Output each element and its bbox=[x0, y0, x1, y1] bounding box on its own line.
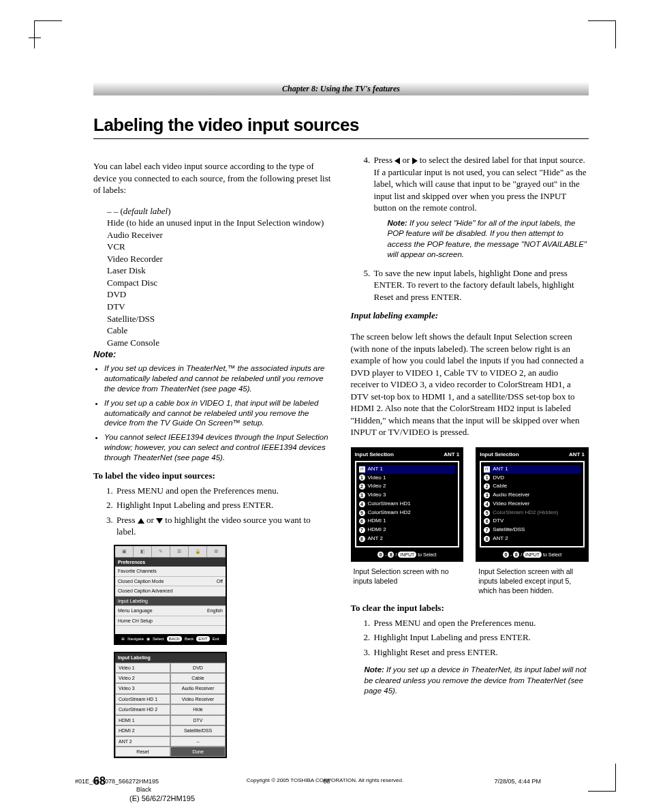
inline-note: Note: If you select "Hide" for all of th… bbox=[374, 218, 589, 260]
osd-row: Closed Caption Advanced bbox=[115, 586, 226, 596]
osd-row: Closed Caption ModeOff bbox=[115, 577, 226, 586]
step-item: Highlight Input Labeling and press ENTER… bbox=[115, 499, 332, 511]
datetime: 7/28/05, 4:44 PM bbox=[494, 778, 541, 785]
step-item: To save the new input labels, highlight … bbox=[373, 267, 589, 303]
osd-row: Favorite Channels bbox=[115, 567, 226, 576]
input-selection-pair: Input SelectionANT 1 ⊓ANT 1 1Video 1 2Vi… bbox=[351, 447, 589, 595]
preferences-osd: ▣ ◧ ✎ ☰ 🔒 ⚙ Preferences Favorite Channel… bbox=[114, 545, 227, 645]
list-item: Audio Receiver bbox=[93, 229, 332, 241]
color-plate: Black bbox=[0, 786, 650, 793]
list-item: 1DVD bbox=[484, 474, 581, 483]
list-item: – – (default label) bbox=[93, 205, 332, 217]
list-item: 3Audio Receiver bbox=[484, 491, 581, 500]
table-row: Video 3Audio Receiver bbox=[115, 683, 226, 693]
page-ref: 68 bbox=[323, 778, 330, 785]
list-item: Game Console bbox=[93, 337, 332, 349]
list-item: 6HDMI 1 bbox=[359, 517, 456, 526]
nav-icon: ⊕ bbox=[121, 636, 125, 642]
antenna-icon: ⊓ bbox=[484, 466, 490, 472]
back-pill: BACK bbox=[167, 636, 182, 642]
step-item: Press MENU and open the Preferences menu… bbox=[115, 485, 332, 497]
label-steps: Press MENU and open the Preferences menu… bbox=[93, 485, 332, 538]
file-name: #01E_067-078_566272HM195 bbox=[75, 778, 159, 785]
table-row: Video 2Cable bbox=[115, 673, 226, 683]
list-item: 4ColorStream HD1 bbox=[359, 500, 456, 509]
up-arrow-icon bbox=[138, 518, 144, 524]
list-item: Satellite/DSS bbox=[93, 313, 332, 325]
list-item: DVD bbox=[93, 288, 332, 301]
osd-row: Home CH Setup bbox=[115, 616, 226, 626]
note-item: If you set up devices in TheaterNet,™ th… bbox=[104, 363, 332, 394]
title-rule bbox=[93, 138, 589, 139]
intro-paragraph: You can label each video input source ac… bbox=[93, 160, 332, 196]
chapter-header: Chapter 8: Using the TV's features bbox=[93, 82, 589, 95]
table-row: ANT 2-- bbox=[115, 736, 226, 747]
list-item: 2Video 2 bbox=[359, 482, 456, 491]
done-button: Done bbox=[170, 747, 226, 757]
crop-mark-tr bbox=[588, 20, 616, 48]
table-row: ColorStream HD 1Video Receiver bbox=[115, 694, 226, 704]
list-item: 5ColorSteram HD2 (Hidden) bbox=[484, 509, 581, 517]
list-item: Hide (to hide an unused input in the Inp… bbox=[93, 217, 332, 229]
step-item: Press or to select the desired label for… bbox=[373, 154, 589, 260]
input-selection-right: Input SelectionANT 1 ⊓ANT 1 1DVD 2Cable … bbox=[476, 447, 589, 595]
tab-icon: ▣ bbox=[115, 546, 134, 557]
list-item: ⊓ANT 1 bbox=[484, 465, 581, 474]
print-footer: #01E_067-078_566272HM195 68 7/28/05, 4:4… bbox=[0, 778, 650, 802]
reset-button: Reset bbox=[115, 747, 170, 757]
list-item: 8ANT 2 bbox=[484, 535, 581, 543]
list-item: Cable bbox=[93, 325, 332, 337]
note-heading: Note: bbox=[93, 348, 332, 361]
osd-row-highlighted: Input Labeling bbox=[115, 597, 226, 606]
to-label-heading: To label the video input sources: bbox=[93, 470, 332, 482]
caption: Input Selection screen with all inputs l… bbox=[476, 567, 589, 595]
label-list: – – (default label) Hide (to hide an unu… bbox=[93, 205, 332, 349]
table-row: Video 1DVD bbox=[115, 663, 226, 673]
crop-mark-tl bbox=[34, 20, 62, 48]
tab-icon: ◧ bbox=[134, 546, 152, 557]
list-item: 6DTV bbox=[484, 517, 581, 526]
select-icon: ◉ bbox=[146, 636, 150, 642]
to-clear-heading: To clear the input labels: bbox=[351, 602, 589, 614]
exit-pill: EXIT bbox=[196, 636, 209, 642]
osd-footer: ⊕Navigate ◉Select BACKBack EXITExit bbox=[115, 634, 226, 644]
two-column-layout: You can label each video input source ac… bbox=[93, 151, 589, 758]
example-paragraph: The screen below left shows the default … bbox=[351, 331, 589, 438]
note-item: You cannot select IEEE1394 devices throu… bbox=[104, 432, 332, 463]
right-arrow-icon bbox=[412, 157, 418, 164]
list-item: 7HDMI 2 bbox=[359, 526, 456, 535]
list-item: Video Recorder bbox=[93, 253, 332, 265]
left-arrow-icon bbox=[394, 157, 400, 164]
tab-icon: 🔒 bbox=[189, 546, 207, 557]
input-selection-left: Input SelectionANT 1 ⊓ANT 1 1Video 1 2Vi… bbox=[351, 447, 464, 595]
osd-screenshots: ▣ ◧ ✎ ☰ 🔒 ⚙ Preferences Favorite Channel… bbox=[114, 545, 332, 759]
list-item: 7Satellite/DSS bbox=[484, 526, 581, 535]
antenna-icon: ⊓ bbox=[359, 466, 365, 472]
label-steps-continued: Press or to select the desired label for… bbox=[351, 154, 589, 303]
step-item: Highlight Input Labeling and press ENTER… bbox=[373, 631, 589, 644]
table-row: ColorStream HD 2Hide bbox=[115, 704, 226, 715]
list-item: 4Video Receiver bbox=[484, 500, 581, 509]
example-heading: Input labeling example: bbox=[351, 310, 589, 322]
list-item: VCR bbox=[93, 241, 332, 253]
step-item: Highlight Reset and press ENTER. bbox=[373, 646, 589, 659]
right-column: Press or to select the desired label for… bbox=[351, 151, 589, 758]
list-item: 8ANT 2 bbox=[359, 535, 456, 543]
caption: Input Selection screen with no inputs la… bbox=[351, 567, 464, 586]
input-labeling-osd: Input Labeling Video 1DVD Video 2Cable V… bbox=[114, 652, 227, 758]
list-item: 5ColorStream HD2 bbox=[359, 509, 456, 517]
left-column: You can label each video input source ac… bbox=[93, 151, 332, 758]
osd-tab-row: ▣ ◧ ✎ ☰ 🔒 ⚙ bbox=[115, 546, 226, 558]
list-item: Laser Disk bbox=[93, 265, 332, 277]
tab-icon: ✎ bbox=[152, 546, 170, 557]
list-item: 1Video 1 bbox=[359, 474, 456, 483]
button-row: ResetDone bbox=[115, 747, 226, 757]
osd-footer: 0 - 8 / INPUT to Select bbox=[480, 552, 585, 558]
note-item: If you set up a cable box in VIDEO 1, th… bbox=[104, 398, 332, 429]
list-item: 3Video 3 bbox=[359, 491, 456, 500]
table-row: HDMI 1DTV bbox=[115, 715, 226, 725]
list-item: Compact Disc bbox=[93, 277, 332, 289]
step-item: Press MENU and open the Preferences menu… bbox=[373, 617, 589, 629]
clear-steps: Press MENU and open the Preferences menu… bbox=[351, 617, 589, 659]
osd-row: Menu LanguageEnglish bbox=[115, 606, 226, 616]
